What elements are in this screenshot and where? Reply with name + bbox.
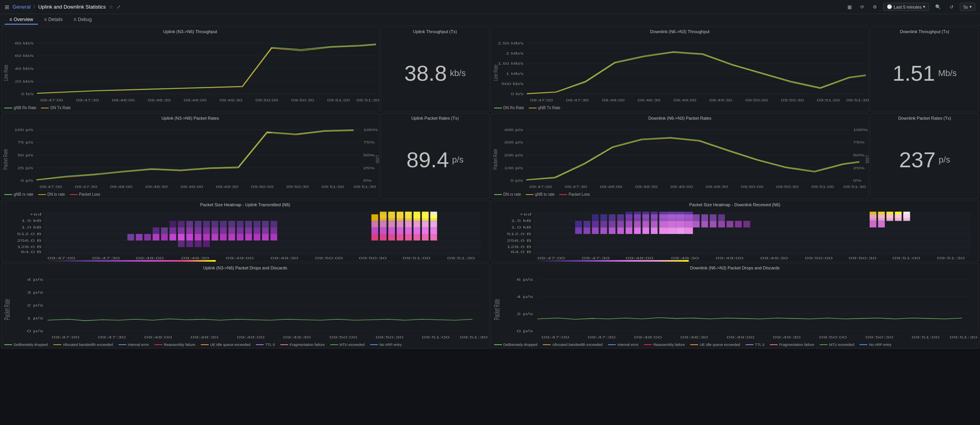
svg-text:09:49:00: 09:49:00 xyxy=(727,335,754,339)
uplink-packet-unit: p/s xyxy=(452,155,463,165)
uplink-drops-panel: Uplink (N3->N6) Packet Drops and Discard… xyxy=(1,263,490,349)
nav-tabs: ≡ Overview ≡ Details ≡ Debug xyxy=(0,14,980,26)
breadcrumb-home[interactable]: General xyxy=(12,4,30,10)
svg-text:09:47:00: 09:47:00 xyxy=(48,256,75,260)
svg-rect-252 xyxy=(626,221,632,228)
svg-rect-125 xyxy=(178,234,184,241)
svg-text:Packet Rate: Packet Rate xyxy=(2,149,9,170)
uplink-heatmap-panel: Packet Size Heatmap - Uplink Transmitted… xyxy=(1,200,490,262)
svg-text:09:48:00: 09:48:00 xyxy=(110,185,133,189)
svg-text:50%: 50% xyxy=(363,153,375,157)
time-selector[interactable]: 🕐 Last 5 minutes ▾ xyxy=(883,3,929,11)
svg-rect-282 xyxy=(693,214,699,221)
svg-text:1 Mb/s: 1 Mb/s xyxy=(506,72,523,76)
svg-text:09:48:30: 09:48:30 xyxy=(638,98,661,103)
legend-dl-ttl0: TTL 0 xyxy=(755,342,764,347)
downlink-drops-legend: Deliberately dropped Allocated bandwidth… xyxy=(491,342,979,348)
uplink-heatmap-title: Packet Size Heatmap - Uplink Transmitted… xyxy=(1,200,489,208)
legend-packet-loss: Packet Loss xyxy=(79,192,100,197)
svg-rect-195 xyxy=(422,227,429,234)
svg-text:09:51:00: 09:51:00 xyxy=(811,185,834,189)
svg-rect-180 xyxy=(397,227,403,234)
svg-text:20 kb/s: 20 kb/s xyxy=(15,79,34,83)
legend-ttl0: TTL 0 xyxy=(265,342,275,347)
topbar-left: ⊞ General / Uplink and Downlink Statisti… xyxy=(5,4,121,10)
uplink-throughput-stat-title: Uplink Throughput (Tx) xyxy=(381,27,489,35)
svg-text:09:49:00: 09:49:00 xyxy=(716,256,743,260)
svg-text:75%: 75% xyxy=(363,140,375,145)
tab-overview[interactable]: ≡ Overview xyxy=(5,15,38,25)
settings-button[interactable]: ⚙ xyxy=(870,3,879,11)
svg-text:09:50:00: 09:50:00 xyxy=(315,256,343,260)
svg-rect-118 xyxy=(161,227,168,234)
refresh-button[interactable]: ↺ xyxy=(947,3,956,11)
svg-text:1.0 kB: 1.0 kB xyxy=(21,226,42,229)
uplink-throughput-unit: kb/s xyxy=(450,68,466,78)
svg-rect-257 xyxy=(634,227,640,234)
svg-rect-136 xyxy=(203,227,210,234)
svg-rect-288 xyxy=(718,214,725,221)
svg-text:50 p/s: 50 p/s xyxy=(18,153,33,157)
svg-rect-174 xyxy=(388,221,395,228)
svg-rect-235 xyxy=(575,227,581,234)
uplink-packet-value: 89.4 xyxy=(406,149,449,171)
svg-rect-148 xyxy=(237,221,243,228)
clock-icon: 🕐 xyxy=(887,4,892,9)
svg-text:200 p/s: 200 p/s xyxy=(504,153,523,157)
svg-text:09:47:00: 09:47:00 xyxy=(537,256,565,260)
svg-text:09:51:00: 09:51:00 xyxy=(327,98,350,103)
tab-details[interactable]: ≡ Details xyxy=(39,15,67,25)
svg-rect-144 xyxy=(220,234,227,241)
svg-text:09:47:00: 09:47:00 xyxy=(51,335,79,339)
svg-rect-201 xyxy=(430,234,437,241)
svg-rect-273 xyxy=(668,227,676,234)
svg-text:128.0 B: 128.0 B xyxy=(17,245,41,249)
bar-chart-button[interactable]: ▦ xyxy=(845,3,854,11)
svg-text:09:51:30: 09:51:30 xyxy=(460,335,487,339)
svg-text:09:49:30: 09:49:30 xyxy=(773,335,800,339)
share-icon[interactable]: ⤢ xyxy=(117,4,121,10)
refresh-interval[interactable]: 5s ▾ xyxy=(960,3,975,11)
svg-text:09:49:30: 09:49:30 xyxy=(709,98,732,103)
tab-debug[interactable]: ≡ Debug xyxy=(69,15,96,25)
svg-rect-176 xyxy=(388,234,395,241)
search-button[interactable]: 🔍 xyxy=(933,3,943,11)
downlink-packet-chart-area: 400 p/s 300 p/s 200 p/s 100 p/s 0 p/s 10… xyxy=(491,121,869,191)
svg-rect-285 xyxy=(701,221,708,228)
legend-dn-rx: DN Rx Rate xyxy=(503,106,524,110)
svg-rect-175 xyxy=(388,227,395,234)
svg-rect-286 xyxy=(710,214,716,221)
svg-rect-297 xyxy=(878,214,884,221)
svg-text:09:51:30: 09:51:30 xyxy=(356,98,379,103)
svg-text:09:47:30: 09:47:30 xyxy=(588,335,615,339)
svg-rect-152 xyxy=(245,227,252,234)
svg-text:09:49:00: 09:49:00 xyxy=(184,98,207,103)
svg-text:64.0 B: 64.0 B xyxy=(510,250,531,254)
svg-text:300 p/s: 300 p/s xyxy=(504,140,523,145)
uplink-packet-chart-panel: Uplink (N3->N6) Packet Rates 100 p/s 75 … xyxy=(1,113,380,199)
svg-text:09:47:00: 09:47:00 xyxy=(530,98,553,103)
svg-rect-146 xyxy=(229,227,235,234)
svg-text:Packet Rate: Packet Rate xyxy=(3,299,11,320)
downlink-drops-chart-area: 6 p/s 4 p/s 2 p/s 0 p/s Packet Rate 09:4… xyxy=(491,271,979,342)
uplink-throughput-chart-panel: Uplink (N3->N6) Throughput 80 kb/s 60 kb… xyxy=(1,27,380,112)
svg-text:80 kb/s: 80 kb/s xyxy=(15,41,34,45)
legend-gnb-tx: gNB Tx Rate xyxy=(538,106,560,110)
svg-rect-271 xyxy=(668,214,676,221)
uplink-drops-chart-area: 4 p/s 3 p/s 2 p/s 1 p/s 0 p/s Packet Rat… xyxy=(1,271,489,342)
svg-text:09:47:30: 09:47:30 xyxy=(75,185,97,189)
svg-text:09:47:30: 09:47:30 xyxy=(564,185,587,189)
svg-rect-295 xyxy=(869,221,876,228)
svg-rect-129 xyxy=(186,234,193,241)
svg-text:09:49:00: 09:49:00 xyxy=(237,335,264,339)
svg-text:09:48:30: 09:48:30 xyxy=(680,335,708,339)
star-icon[interactable]: ☆ xyxy=(109,4,113,10)
svg-text:75 p/s: 75 p/s xyxy=(18,140,33,145)
history-button[interactable]: ⟳ xyxy=(858,3,867,11)
svg-rect-300 xyxy=(886,214,893,221)
svg-rect-181 xyxy=(397,234,403,241)
svg-text:75%: 75% xyxy=(853,140,865,145)
legend-dl-ue-idle-queue: UE idle queue exceeded xyxy=(700,342,740,347)
svg-rect-178 xyxy=(397,214,403,221)
svg-rect-135 xyxy=(203,221,210,228)
